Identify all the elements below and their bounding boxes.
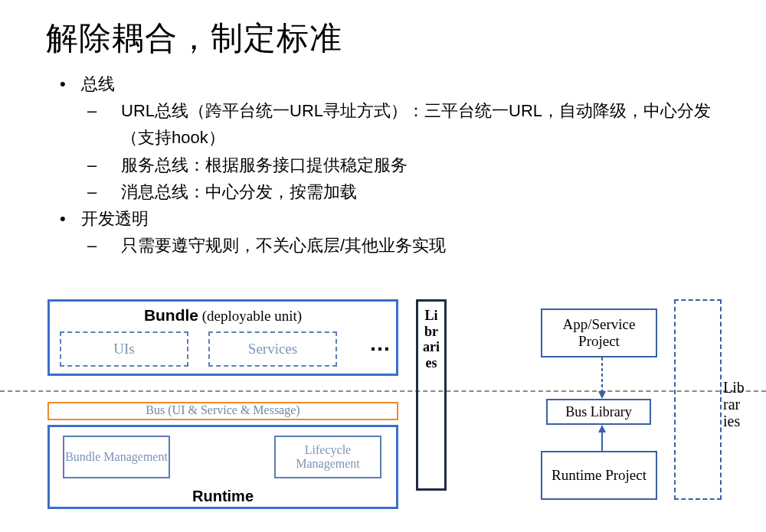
bundle-management-box: Bundle Management — [63, 436, 170, 478]
libraries-box-right — [674, 299, 722, 500]
horizontal-divider — [0, 390, 766, 392]
bundle-title: Bundle (deployable unit) — [50, 306, 396, 325]
slide-title: 解除耦合，制定标准 — [46, 17, 342, 60]
lifecycle-management-box: Lifecycle Management — [274, 436, 381, 478]
app-service-project-box: App/Service Project — [541, 308, 657, 357]
libraries-right-label: Libraries — [723, 379, 761, 429]
ellipsis: … — [369, 331, 392, 356]
bullet-dev: 开发透明 — [81, 209, 149, 228]
bullet-bus-item: 服务总线：根据服务接口提供稳定服务 — [104, 152, 725, 178]
svg-marker-3 — [598, 425, 606, 432]
uis-box: UIs — [60, 331, 188, 367]
bus-library-box: Bus Library — [546, 399, 651, 425]
architecture-diagram: Bundle (deployable unit) UIs Services … … — [0, 298, 766, 527]
svg-marker-1 — [598, 391, 606, 399]
bullet-bus-item: URL总线（跨平台统一URL寻址方式）：三平台统一URL，自动降级，中心分发（支… — [104, 97, 725, 151]
libraries-box-left: Libraries — [416, 299, 447, 491]
libraries-left-label: Libraries — [418, 308, 444, 371]
services-box: Services — [208, 331, 337, 367]
bullet-bus-item: 消息总线：中心分发，按需加载 — [104, 178, 725, 205]
bullet-dev-item: 只需要遵守规则，不关心底层/其他业务实现 — [104, 232, 725, 259]
bullet-bus: 总线 — [81, 74, 115, 93]
runtime-project-box: Runtime Project — [541, 451, 657, 500]
slide: 解除耦合，制定标准 总线 URL总线（跨平台统一URL寻址方式）：三平台统一UR… — [0, 0, 766, 532]
bullet-list: 总线 URL总线（跨平台统一URL寻址方式）：三平台统一URL，自动降级，中心分… — [60, 70, 725, 259]
bus-bar: Bus (UI & Service & Message) — [47, 402, 398, 420]
runtime-title: Runtime — [47, 488, 398, 505]
